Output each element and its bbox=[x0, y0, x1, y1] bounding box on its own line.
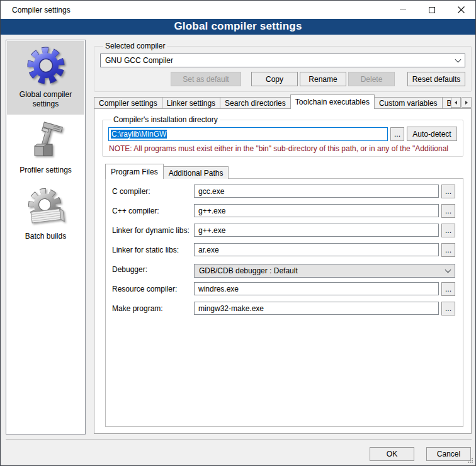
debugger-label: Debugger: bbox=[112, 265, 194, 274]
close-button[interactable] bbox=[446, 1, 475, 19]
close-icon bbox=[457, 6, 465, 14]
sidebar-item-global-compiler-settings[interactable]: Global compiler settings bbox=[7, 41, 84, 115]
chevron-down-icon bbox=[455, 56, 462, 62]
tab-scroll-right-button[interactable] bbox=[462, 97, 472, 108]
compiler-actions: Set as default Copy Rename Delete Reset … bbox=[100, 72, 465, 86]
minimize-button bbox=[388, 1, 417, 19]
make-program-label: Make program: bbox=[112, 304, 194, 313]
chevron-down-icon bbox=[445, 266, 451, 273]
make-program-input[interactable] bbox=[194, 302, 439, 315]
tab-scroll-left-button[interactable] bbox=[451, 97, 461, 108]
copy-button[interactable]: Copy bbox=[251, 72, 298, 86]
main-panel: Selected compiler GNU GCC Compiler Set a… bbox=[94, 40, 472, 436]
window-controls bbox=[388, 1, 475, 19]
selected-compiler-group: Selected compiler GNU GCC Compiler Set a… bbox=[94, 42, 472, 92]
c-compiler-label: C compiler: bbox=[112, 187, 194, 196]
installation-directory-group: Compiler's installation directory C:\ray… bbox=[102, 115, 463, 157]
debugger-select[interactable]: GDB/CDB debugger : Default bbox=[194, 264, 455, 278]
arrow-right-icon bbox=[465, 101, 468, 105]
make-program-row: Make program: ... bbox=[106, 298, 463, 318]
tab-toolchain-executables[interactable]: Toolchain executables bbox=[290, 94, 375, 109]
dynamic-linker-label: Linker for dynamic libs: bbox=[112, 226, 194, 235]
sidebar-item-label: Global compiler settings bbox=[8, 90, 83, 109]
c-compiler-row: C compiler: ... bbox=[106, 181, 463, 201]
reset-defaults-button[interactable]: Reset defaults bbox=[407, 72, 465, 86]
delete-button: Delete bbox=[348, 72, 395, 86]
settings-category-list: Global compiler settings Pr bbox=[6, 40, 86, 435]
tab-custom-variables[interactable]: Custom variables bbox=[374, 97, 443, 109]
resource-compiler-browse-button[interactable]: ... bbox=[441, 282, 455, 296]
debugger-select-value: GDB/CDB debugger : Default bbox=[199, 266, 298, 275]
program-files-panel: C compiler: ... C++ compiler: ... Linker… bbox=[105, 178, 463, 427]
compiler-settings-dialog: Compiler settings Global compiler settin… bbox=[0, 0, 476, 466]
installation-directory-input[interactable]: C:\raylib\MinGW bbox=[108, 127, 388, 141]
auto-detect-button[interactable]: Auto-detect bbox=[407, 127, 457, 141]
cpp-compiler-browse-button[interactable]: ... bbox=[441, 204, 455, 218]
cpp-compiler-label: C++ compiler: bbox=[112, 207, 194, 215]
resource-compiler-row: Resource compiler: ... bbox=[106, 279, 463, 298]
compiler-select[interactable]: GNU GCC Compiler bbox=[100, 54, 465, 67]
sidebar-item-profiler-settings[interactable]: Profiler settings bbox=[7, 116, 84, 181]
installation-directory-legend: Compiler's installation directory bbox=[111, 115, 220, 124]
tab-program-files[interactable]: Program Files bbox=[105, 164, 164, 179]
tab-additional-paths[interactable]: Additional Paths bbox=[163, 166, 229, 179]
dynamic-linker-row: Linker for dynamic libs: ... bbox=[106, 220, 463, 240]
sidebar-item-batch-builds[interactable]: Batch builds bbox=[7, 183, 84, 247]
tab-search-directories[interactable]: Search directories bbox=[220, 97, 291, 109]
dynamic-linker-input[interactable] bbox=[194, 224, 439, 237]
resource-compiler-input[interactable] bbox=[194, 282, 439, 295]
titlebar: Compiler settings bbox=[1, 1, 475, 19]
maximize-button[interactable] bbox=[417, 1, 446, 19]
gray-gear-papers-icon bbox=[26, 187, 66, 227]
cpp-compiler-input[interactable] bbox=[194, 204, 439, 217]
arrow-left-icon bbox=[455, 101, 457, 105]
toolchain-executables-page: Compiler's installation directory C:\ray… bbox=[94, 108, 472, 434]
window-title: Compiler settings bbox=[12, 6, 71, 14]
installation-directory-value: C:\raylib\MinGW bbox=[111, 130, 167, 139]
static-linker-label: Linker for static libs: bbox=[112, 246, 194, 254]
installation-directory-browse-button[interactable]: ... bbox=[390, 127, 404, 141]
caliper-icon bbox=[26, 121, 66, 161]
maximize-icon bbox=[429, 7, 435, 13]
dynamic-linker-browse-button[interactable]: ... bbox=[441, 224, 455, 237]
static-linker-browse-button[interactable]: ... bbox=[441, 243, 455, 257]
footer-separator bbox=[6, 440, 472, 440]
bin-subdirectory-note: NOTE: All programs must exist either in … bbox=[109, 144, 457, 153]
ok-button[interactable]: OK bbox=[370, 447, 414, 461]
selected-compiler-legend: Selected compiler bbox=[103, 42, 167, 50]
page-title: Global compiler settings bbox=[1, 19, 475, 35]
resource-compiler-label: Resource compiler: bbox=[112, 285, 194, 293]
cpp-compiler-row: C++ compiler: ... bbox=[106, 201, 463, 220]
static-linker-input[interactable] bbox=[194, 243, 439, 256]
static-linker-row: Linker for static libs: ... bbox=[106, 240, 463, 259]
resize-grip[interactable] bbox=[467, 457, 473, 463]
tab-linker-settings[interactable]: Linker settings bbox=[162, 97, 220, 109]
set-as-default-button: Set as default bbox=[171, 72, 241, 86]
c-compiler-input[interactable] bbox=[194, 185, 439, 198]
settings-tab-strip: Compiler settings Linker settings Search… bbox=[94, 94, 472, 109]
rename-button[interactable]: Rename bbox=[300, 72, 346, 86]
c-compiler-browse-button[interactable]: ... bbox=[441, 185, 455, 198]
minimize-icon bbox=[400, 9, 406, 10]
sidebar-item-label: Batch builds bbox=[25, 232, 66, 241]
make-program-browse-button[interactable]: ... bbox=[441, 302, 455, 315]
sidebar-item-label: Profiler settings bbox=[20, 166, 72, 175]
tab-compiler-settings[interactable]: Compiler settings bbox=[94, 97, 162, 109]
cancel-button[interactable]: Cancel bbox=[426, 447, 471, 461]
compiler-select-value: GNU GCC Compiler bbox=[105, 56, 173, 65]
blue-gear-icon bbox=[26, 45, 66, 86]
debugger-row: Debugger: GDB/CDB debugger : Default bbox=[106, 259, 463, 279]
program-files-tab-strip: Program Files Additional Paths bbox=[105, 164, 471, 179]
